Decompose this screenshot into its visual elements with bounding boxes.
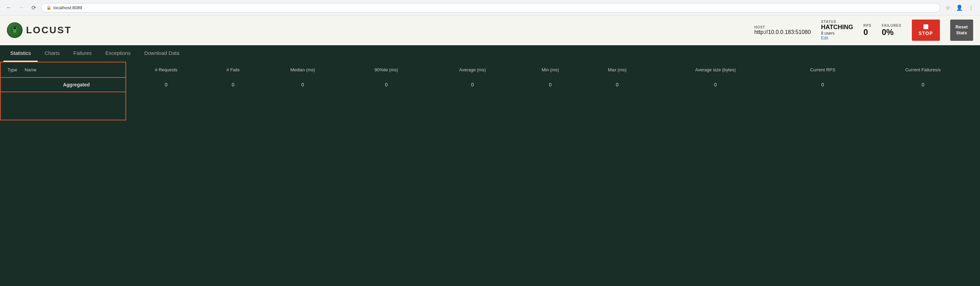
stop-button[interactable]: STOP [912,19,940,41]
nav-tabs: Statistics Charts Failures Exceptions Do… [0,45,980,62]
table-area: Type Name # Requests # Fails Median (ms)… [0,62,980,120]
th-average: Average (ms) [427,62,518,78]
header-row: Type Name # Requests # Fails Median (ms)… [0,62,980,78]
empty-type-2 [0,106,27,120]
host-label: HOST [754,26,811,29]
agg-fails: 0 [206,78,260,92]
failures-label: FAILURES [881,24,901,27]
th-requests: # Requests [126,62,206,78]
empty-data-2 [126,106,980,120]
tab-charts[interactable]: Charts [38,45,67,62]
agg-median: 0 [260,78,345,92]
reset-stats-button[interactable]: ResetStats [950,19,973,41]
reload-button[interactable]: ⟳ [29,3,38,12]
agg-current-rps: 0 [779,78,866,92]
edit-link[interactable]: Edit [821,36,853,40]
th-max: Max (ms) [583,62,651,78]
agg-requests: 0 [126,78,206,92]
empty-type-1 [0,92,27,106]
rps-value: 0 [864,27,872,37]
agg-percentile90: 0 [345,78,427,92]
back-button[interactable]: ← [4,3,14,12]
failures-stat: FAILURES 0% [881,24,901,37]
url-text: localhost:8089 [54,5,82,10]
logo-area: LOCUST [7,22,754,38]
th-current-rps: Current RPS [779,62,866,78]
table-body: Aggregated 0 0 0 0 0 0 0 0 0 0 [0,78,980,120]
empty-name-2 [27,106,126,120]
svg-point-6 [15,28,16,29]
th-avg-size: Average size (bytes) [651,62,779,78]
agg-type [0,78,27,92]
th-min: Min (ms) [518,62,583,78]
tab-download-data[interactable]: Download Data [137,45,186,62]
app-header: LOCUST HOST http://10.0.0.183:51080 STAT… [0,16,980,45]
agg-max: 0 [583,78,651,92]
agg-current-failures: 0 [866,78,980,92]
tab-failures[interactable]: Failures [67,45,99,62]
empty-row-2 [0,106,980,120]
users-value: 8 users [821,31,853,36]
host-value: http://10.0.0.183:51080 [754,29,811,35]
rps-stat: RPS 0 [864,24,872,37]
browser-actions: ☆ 👤 ⋮ [943,3,976,12]
empty-row-1 [0,92,980,106]
forward-button[interactable]: → [16,3,26,12]
th-fails: # Fails [206,62,260,78]
profile-button[interactable]: 👤 [955,3,964,12]
stop-icon [923,24,928,29]
tab-exceptions[interactable]: Exceptions [99,45,137,62]
empty-name-1 [27,92,126,106]
th-name-label: Name [25,67,37,72]
locust-logo-icon [7,22,22,38]
status-label: STATUS [821,20,853,24]
stats-table: Type Name # Requests # Fails Median (ms)… [0,62,980,120]
locust-svg [9,25,20,36]
agg-avg-size: 0 [651,78,779,92]
svg-point-5 [13,28,15,29]
agg-name: Aggregated [27,78,126,92]
rps-label: RPS [864,24,872,27]
svg-point-4 [13,29,16,33]
table-header: Type Name # Requests # Fails Median (ms)… [0,62,980,78]
tab-statistics[interactable]: Statistics [3,45,38,62]
th-type-name: Type Name [0,62,126,78]
bookmark-button[interactable]: ☆ [943,3,953,12]
lock-icon: 🔒 [46,5,51,10]
aggregated-row: Aggregated 0 0 0 0 0 0 0 0 0 0 [0,78,980,92]
logo-text: LOCUST [26,25,72,36]
th-median: Median (ms) [260,62,345,78]
th-type-label: Type [8,67,17,72]
agg-average: 0 [427,78,518,92]
host-stat: HOST http://10.0.0.183:51080 [754,26,811,35]
empty-data-1 [126,92,980,106]
address-bar[interactable]: 🔒 localhost:8089 [41,3,940,12]
header-info: HOST http://10.0.0.183:51080 STATUS HATC… [754,19,973,41]
th-current-failures: Current Failures/s [866,62,980,78]
menu-button[interactable]: ⋮ [966,3,976,12]
failures-value: 0% [881,27,901,37]
status-stat: STATUS HATCHING 8 users Edit [821,20,853,40]
agg-min: 0 [518,78,583,92]
status-value: HATCHING [821,24,853,31]
stop-label: STOP [919,30,933,36]
th-percentile90: 90%ile (ms) [345,62,427,78]
browser-chrome: ← → ⟳ 🔒 localhost:8089 ☆ 👤 ⋮ [0,0,980,16]
reset-label: ResetStats [956,24,968,35]
